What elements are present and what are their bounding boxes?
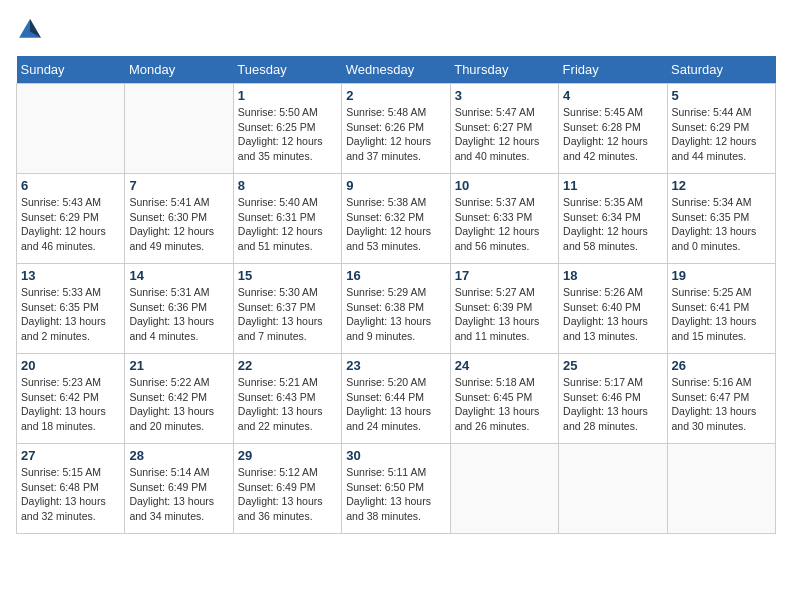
day-number: 16 (346, 268, 445, 283)
calendar-header-row: SundayMondayTuesdayWednesdayThursdayFrid… (17, 56, 776, 84)
day-info: Sunrise: 5:37 AMSunset: 6:33 PMDaylight:… (455, 195, 554, 254)
day-number: 25 (563, 358, 662, 373)
calendar-day-cell: 22Sunrise: 5:21 AMSunset: 6:43 PMDayligh… (233, 354, 341, 444)
day-info: Sunrise: 5:14 AMSunset: 6:49 PMDaylight:… (129, 465, 228, 524)
day-info: Sunrise: 5:16 AMSunset: 6:47 PMDaylight:… (672, 375, 771, 434)
day-number: 2 (346, 88, 445, 103)
calendar-day-cell: 9Sunrise: 5:38 AMSunset: 6:32 PMDaylight… (342, 174, 450, 264)
calendar-day-cell: 16Sunrise: 5:29 AMSunset: 6:38 PMDayligh… (342, 264, 450, 354)
day-number: 24 (455, 358, 554, 373)
day-number: 12 (672, 178, 771, 193)
calendar-day-cell: 21Sunrise: 5:22 AMSunset: 6:42 PMDayligh… (125, 354, 233, 444)
day-info: Sunrise: 5:25 AMSunset: 6:41 PMDaylight:… (672, 285, 771, 344)
day-info: Sunrise: 5:12 AMSunset: 6:49 PMDaylight:… (238, 465, 337, 524)
calendar-day-cell: 19Sunrise: 5:25 AMSunset: 6:41 PMDayligh… (667, 264, 775, 354)
calendar-day-cell: 27Sunrise: 5:15 AMSunset: 6:48 PMDayligh… (17, 444, 125, 534)
day-number: 7 (129, 178, 228, 193)
day-info: Sunrise: 5:35 AMSunset: 6:34 PMDaylight:… (563, 195, 662, 254)
day-info: Sunrise: 5:48 AMSunset: 6:26 PMDaylight:… (346, 105, 445, 164)
day-number: 6 (21, 178, 120, 193)
day-number: 30 (346, 448, 445, 463)
day-header: Friday (559, 56, 667, 84)
calendar-day-cell (125, 84, 233, 174)
day-info: Sunrise: 5:29 AMSunset: 6:38 PMDaylight:… (346, 285, 445, 344)
calendar-day-cell: 4Sunrise: 5:45 AMSunset: 6:28 PMDaylight… (559, 84, 667, 174)
day-info: Sunrise: 5:27 AMSunset: 6:39 PMDaylight:… (455, 285, 554, 344)
day-number: 29 (238, 448, 337, 463)
day-number: 18 (563, 268, 662, 283)
calendar-week-row: 6Sunrise: 5:43 AMSunset: 6:29 PMDaylight… (17, 174, 776, 264)
calendar-day-cell: 5Sunrise: 5:44 AMSunset: 6:29 PMDaylight… (667, 84, 775, 174)
day-number: 13 (21, 268, 120, 283)
calendar-day-cell: 14Sunrise: 5:31 AMSunset: 6:36 PMDayligh… (125, 264, 233, 354)
day-info: Sunrise: 5:40 AMSunset: 6:31 PMDaylight:… (238, 195, 337, 254)
day-number: 27 (21, 448, 120, 463)
calendar-week-row: 27Sunrise: 5:15 AMSunset: 6:48 PMDayligh… (17, 444, 776, 534)
day-number: 11 (563, 178, 662, 193)
day-info: Sunrise: 5:18 AMSunset: 6:45 PMDaylight:… (455, 375, 554, 434)
day-info: Sunrise: 5:30 AMSunset: 6:37 PMDaylight:… (238, 285, 337, 344)
day-info: Sunrise: 5:50 AMSunset: 6:25 PMDaylight:… (238, 105, 337, 164)
day-info: Sunrise: 5:26 AMSunset: 6:40 PMDaylight:… (563, 285, 662, 344)
day-number: 23 (346, 358, 445, 373)
calendar-day-cell: 1Sunrise: 5:50 AMSunset: 6:25 PMDaylight… (233, 84, 341, 174)
day-number: 10 (455, 178, 554, 193)
day-header: Saturday (667, 56, 775, 84)
day-info: Sunrise: 5:41 AMSunset: 6:30 PMDaylight:… (129, 195, 228, 254)
calendar-day-cell: 24Sunrise: 5:18 AMSunset: 6:45 PMDayligh… (450, 354, 558, 444)
logo (16, 16, 48, 44)
day-number: 28 (129, 448, 228, 463)
header (16, 16, 776, 44)
day-info: Sunrise: 5:44 AMSunset: 6:29 PMDaylight:… (672, 105, 771, 164)
calendar-week-row: 1Sunrise: 5:50 AMSunset: 6:25 PMDaylight… (17, 84, 776, 174)
day-number: 20 (21, 358, 120, 373)
day-header: Monday (125, 56, 233, 84)
day-number: 9 (346, 178, 445, 193)
calendar-day-cell: 26Sunrise: 5:16 AMSunset: 6:47 PMDayligh… (667, 354, 775, 444)
calendar-day-cell: 3Sunrise: 5:47 AMSunset: 6:27 PMDaylight… (450, 84, 558, 174)
day-info: Sunrise: 5:38 AMSunset: 6:32 PMDaylight:… (346, 195, 445, 254)
day-info: Sunrise: 5:15 AMSunset: 6:48 PMDaylight:… (21, 465, 120, 524)
day-number: 1 (238, 88, 337, 103)
day-header: Wednesday (342, 56, 450, 84)
calendar-day-cell: 17Sunrise: 5:27 AMSunset: 6:39 PMDayligh… (450, 264, 558, 354)
day-info: Sunrise: 5:23 AMSunset: 6:42 PMDaylight:… (21, 375, 120, 434)
calendar-day-cell: 28Sunrise: 5:14 AMSunset: 6:49 PMDayligh… (125, 444, 233, 534)
day-number: 3 (455, 88, 554, 103)
calendar-day-cell: 23Sunrise: 5:20 AMSunset: 6:44 PMDayligh… (342, 354, 450, 444)
calendar-day-cell: 25Sunrise: 5:17 AMSunset: 6:46 PMDayligh… (559, 354, 667, 444)
day-number: 15 (238, 268, 337, 283)
day-info: Sunrise: 5:45 AMSunset: 6:28 PMDaylight:… (563, 105, 662, 164)
day-info: Sunrise: 5:33 AMSunset: 6:35 PMDaylight:… (21, 285, 120, 344)
day-number: 17 (455, 268, 554, 283)
calendar-day-cell: 12Sunrise: 5:34 AMSunset: 6:35 PMDayligh… (667, 174, 775, 264)
day-number: 21 (129, 358, 228, 373)
calendar-day-cell: 6Sunrise: 5:43 AMSunset: 6:29 PMDaylight… (17, 174, 125, 264)
calendar-day-cell (559, 444, 667, 534)
calendar-day-cell: 2Sunrise: 5:48 AMSunset: 6:26 PMDaylight… (342, 84, 450, 174)
day-info: Sunrise: 5:31 AMSunset: 6:36 PMDaylight:… (129, 285, 228, 344)
day-number: 19 (672, 268, 771, 283)
calendar-day-cell: 18Sunrise: 5:26 AMSunset: 6:40 PMDayligh… (559, 264, 667, 354)
calendar-day-cell: 7Sunrise: 5:41 AMSunset: 6:30 PMDaylight… (125, 174, 233, 264)
calendar-week-row: 13Sunrise: 5:33 AMSunset: 6:35 PMDayligh… (17, 264, 776, 354)
calendar-day-cell (450, 444, 558, 534)
day-number: 4 (563, 88, 662, 103)
day-number: 26 (672, 358, 771, 373)
day-info: Sunrise: 5:43 AMSunset: 6:29 PMDaylight:… (21, 195, 120, 254)
calendar-day-cell: 29Sunrise: 5:12 AMSunset: 6:49 PMDayligh… (233, 444, 341, 534)
day-info: Sunrise: 5:22 AMSunset: 6:42 PMDaylight:… (129, 375, 228, 434)
day-number: 8 (238, 178, 337, 193)
day-number: 5 (672, 88, 771, 103)
calendar-day-cell: 30Sunrise: 5:11 AMSunset: 6:50 PMDayligh… (342, 444, 450, 534)
calendar-day-cell: 13Sunrise: 5:33 AMSunset: 6:35 PMDayligh… (17, 264, 125, 354)
day-header: Sunday (17, 56, 125, 84)
day-info: Sunrise: 5:11 AMSunset: 6:50 PMDaylight:… (346, 465, 445, 524)
day-info: Sunrise: 5:47 AMSunset: 6:27 PMDaylight:… (455, 105, 554, 164)
calendar-week-row: 20Sunrise: 5:23 AMSunset: 6:42 PMDayligh… (17, 354, 776, 444)
day-header: Tuesday (233, 56, 341, 84)
day-header: Thursday (450, 56, 558, 84)
calendar-day-cell (17, 84, 125, 174)
calendar-day-cell (667, 444, 775, 534)
calendar-day-cell: 11Sunrise: 5:35 AMSunset: 6:34 PMDayligh… (559, 174, 667, 264)
